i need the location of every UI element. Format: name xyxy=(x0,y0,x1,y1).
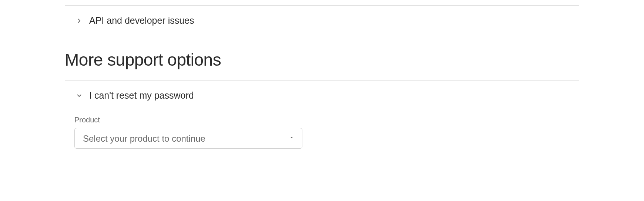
accordion-item-reset-password[interactable]: I can't reset my password xyxy=(65,80,579,111)
product-select[interactable]: Select your product to continue xyxy=(74,128,302,149)
section-heading-more-support-options: More support options xyxy=(65,50,579,70)
chevron-right-icon xyxy=(76,17,83,24)
chevron-down-icon xyxy=(76,92,83,99)
product-form-block: Product Select your product to continue xyxy=(65,116,579,149)
accordion-label: API and developer issues xyxy=(89,15,194,26)
product-field-label: Product xyxy=(74,116,579,124)
accordion-label: I can't reset my password xyxy=(89,90,194,101)
accordion-item-api-developer-issues[interactable]: API and developer issues xyxy=(65,6,579,36)
product-select-wrapper: Select your product to continue xyxy=(74,128,302,149)
